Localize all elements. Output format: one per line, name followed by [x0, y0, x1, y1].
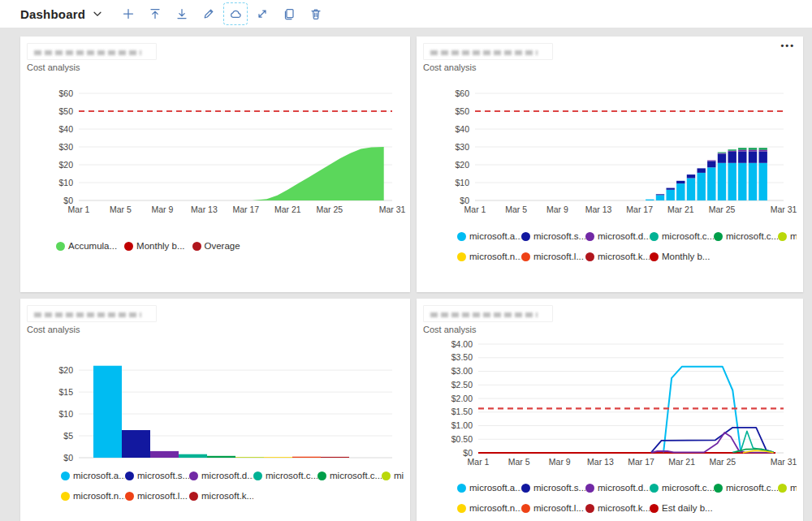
svg-text:Mar 5: Mar 5 — [505, 205, 527, 214]
tile-subtitle: Cost analysis — [27, 62, 404, 72]
legend-label: Monthly b... — [136, 241, 184, 251]
svg-text:$0: $0 — [63, 196, 73, 205]
tile-subtitle: Cost analysis — [27, 325, 404, 334]
tile-daily-costs-line[interactable]: Cost analysis $4.00$3.50$3.00$2.50$2.00$… — [417, 299, 803, 521]
legend-item: microsoft.c... — [714, 231, 778, 241]
legend-row: microsoft.n...microsoft.l...microsoft.k.… — [457, 252, 797, 261]
legend-dot-icon — [778, 484, 787, 493]
legend-item: Monthly b... — [124, 241, 184, 251]
legend-dot-icon — [61, 471, 70, 480]
legend-dot-icon — [650, 232, 659, 241]
legend-row: microsoft.n...microsoft.l...microsoft.k.… — [457, 503, 797, 513]
upload-icon — [149, 7, 162, 20]
legend-label: microsoft.l... — [137, 491, 188, 501]
delete-icon — [309, 7, 322, 20]
add-icon — [122, 7, 135, 20]
legend-dot-icon — [714, 232, 723, 241]
legend-label: microsof — [790, 231, 797, 241]
legend-item: microsoft.c... — [253, 471, 317, 480]
legend-item: microsoft.n... — [457, 503, 521, 513]
legend-dot-icon — [650, 252, 659, 261]
svg-text:Mar 13: Mar 13 — [587, 457, 614, 467]
edit-button[interactable] — [198, 4, 219, 24]
more-ellipsis-icon[interactable]: ••• — [780, 41, 795, 50]
legend-label: Accumula... — [68, 241, 117, 251]
svg-text:$0: $0 — [460, 196, 469, 205]
chart-legend: microsoft.a...microsoft.s...microsoft.d.… — [61, 471, 404, 501]
legend-dot-icon — [125, 471, 134, 480]
clone-cloud-button[interactable] — [225, 4, 246, 24]
delete-button[interactable] — [305, 4, 326, 24]
svg-text:$1.50: $1.50 — [451, 407, 473, 416]
download-icon — [175, 7, 188, 20]
legend-dot-icon — [192, 242, 201, 251]
legend-dot-icon — [585, 484, 594, 493]
legend-item: microsoft.k... — [585, 503, 650, 513]
svg-text:Mar 21: Mar 21 — [667, 205, 694, 214]
legend-dot-icon — [457, 252, 466, 261]
legend-item: microsoft.l... — [521, 503, 585, 513]
legend-dot-icon — [382, 471, 391, 480]
tile-accumulated-costs[interactable]: Cost analysis $60$50$40$30$20$10$0Mar 1M… — [20, 37, 410, 292]
add-button[interactable] — [118, 4, 139, 24]
svg-text:Mar 13: Mar 13 — [585, 205, 612, 214]
toolbar-buttons — [118, 4, 326, 24]
legend-item: microsoft.a... — [457, 483, 521, 493]
upload-button[interactable] — [145, 4, 166, 24]
legend-dot-icon — [521, 484, 530, 493]
legend-item: microsoft.s... — [521, 231, 585, 241]
svg-text:$60: $60 — [58, 88, 73, 98]
copy-icon — [283, 7, 296, 20]
svg-text:$50: $50 — [58, 106, 73, 116]
redacted-text — [430, 312, 538, 317]
dashboard-title[interactable]: Dashboard — [20, 7, 85, 21]
svg-text:$3.50: $3.50 — [451, 352, 473, 362]
legend-item: microsoft.c... — [714, 483, 778, 493]
legend-label: microsoft.d... — [598, 231, 650, 241]
download-button[interactable] — [171, 4, 192, 24]
legend-label: Overage — [205, 241, 240, 251]
fullscreen-button[interactable] — [252, 4, 273, 24]
legend-item: microsof — [778, 483, 797, 493]
tile-costs-by-service-bar[interactable]: Cost analysis $20$15$10$5$0 microsoft.a.… — [20, 299, 410, 521]
svg-text:$50: $50 — [455, 106, 469, 116]
chart-legend: microsoft.a...microsoft.s...microsoft.d.… — [457, 231, 797, 261]
legend-label: microsoft.n... — [469, 252, 521, 261]
svg-text:$1.00: $1.00 — [451, 420, 473, 430]
legend-item: microsoft.s... — [521, 483, 585, 493]
legend-item: microsoft.c... — [650, 483, 714, 493]
legend-item: Monthly b... — [650, 252, 714, 261]
legend-label: microsoft.k... — [201, 491, 253, 501]
legend-dot-icon — [521, 232, 530, 241]
legend-dot-icon — [253, 471, 262, 480]
svg-text:$60: $60 — [455, 88, 469, 98]
copy-button[interactable] — [279, 4, 300, 24]
daily-cost-line-chart: $4.00$3.50$3.00$2.50$2.00$1.50$1.00$0.50… — [425, 338, 797, 474]
legend-item: microsoft.k... — [585, 252, 650, 261]
legend-label: microsoft.l... — [533, 252, 584, 261]
svg-text:Mar 25: Mar 25 — [709, 205, 736, 214]
legend-label: microsoft.d... — [598, 483, 650, 493]
daily-cost-stacked-bar-chart: $60$50$40$30$20$10$0Mar 1Mar 5Mar 9Mar 1… — [425, 87, 797, 222]
svg-text:$2.50: $2.50 — [451, 380, 473, 390]
svg-text:$3.00: $3.00 — [451, 366, 473, 376]
tile-subtitle: Cost analysis — [423, 325, 797, 334]
redacted-text — [430, 50, 538, 55]
legend-dot-icon — [56, 242, 65, 251]
legend-label: microsoft.n... — [73, 491, 125, 501]
legend-dot-icon — [189, 492, 198, 501]
legend-label: microsoft.n... — [469, 503, 521, 513]
clone-cloud-icon — [229, 7, 242, 20]
chart-legend: Accumula...Monthly b...Overage — [56, 241, 404, 251]
legend-label: microsoft.a... — [469, 231, 521, 241]
svg-text:Mar 31: Mar 31 — [771, 457, 797, 467]
legend-row: Accumula...Monthly b...Overage — [56, 241, 404, 251]
svg-text:Mar 21: Mar 21 — [668, 457, 695, 467]
legend-row: microsoft.a...microsoft.s...microsoft.d.… — [457, 483, 797, 493]
tile-subtitle: Cost analysis — [423, 62, 797, 72]
tile-daily-costs-stacked[interactable]: ••• Cost analysis $60$50$40$30$20$10$0Ma… — [417, 37, 803, 292]
tile-title-redacted — [27, 43, 157, 60]
legend-label: microsoft.l... — [533, 503, 584, 513]
legend-item: microsoft.c... — [650, 231, 714, 241]
chevron-down-icon[interactable] — [92, 8, 103, 19]
